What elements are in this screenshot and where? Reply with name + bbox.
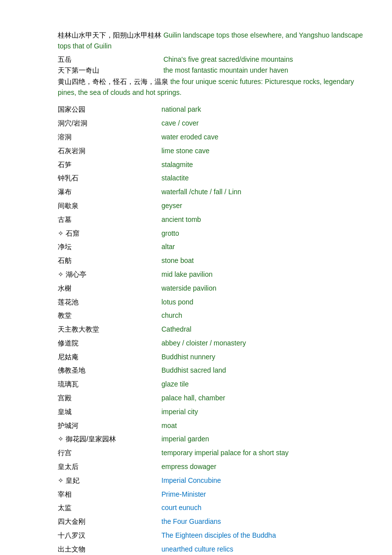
vocab-zh: 宰相 [58,488,161,502]
vocab-row: 佛教圣地Buddhist sacred land [58,364,372,378]
vocab-zh: 国家公园 [58,103,161,117]
vocab-en: abbey / cloister / monastery [161,337,372,350]
vocab-zh: 十八罗汉 [58,529,161,543]
vocab-row: 皇城imperial city [58,405,372,419]
vocab-row: ✧ 皇妃Imperial Concubine [58,474,372,488]
vocab-en: imperial city [161,405,372,419]
vocab-zh: 出土文物 [58,543,161,555]
vocab-zh: 水榭 [58,282,161,296]
vocab-zh: 行宫 [58,446,161,460]
vocab-zh: ✧ 石窟 [58,227,161,241]
vocab-zh: 佛教圣地 [58,364,161,378]
vocab-row: 四大金刚the Four Guardians [58,515,372,529]
vocab-en: empress dowager [161,460,372,474]
vocab-zh: 教堂 [58,309,161,323]
vocab-zh: ✧ 皇妃 [58,474,161,488]
intro-line2-zh: 五岳 [58,54,161,65]
vocab-en: altar [161,240,372,254]
vocab-row: 皇太后empress dowager [58,460,372,474]
intro-line4-zh: 黄山四绝，奇松，怪石，云海，温泉 [58,78,168,85]
vocab-zh: 莲花池 [58,296,161,309]
vocab-en: the Four Guardians [161,515,372,529]
vocab-row: 古墓ancient tomb [58,213,372,227]
intro-line3-zh: 天下第一奇山 [58,65,161,76]
vocab-zh: ✧ 御花园/皇家园林 [58,432,161,446]
vocab-zh: 溶洞 [58,130,161,144]
vocab-row: 莲花池lotus pond [58,296,372,309]
vocab-zh: 皇太后 [58,460,161,474]
vocab-en: Prime-Minister [161,488,372,502]
vocab-row: 太监court eunuch [58,501,372,515]
vocab-row: 水榭waterside pavilion [58,282,372,296]
vocab-zh: ✧ 湖心亭 [58,268,161,282]
vocab-en: stalactite [161,171,372,185]
vocab-row: 行宫temporary imperial palace for a short … [58,446,372,460]
vocab-zh: 太监 [58,501,161,515]
vocab-zh: 修道院 [58,337,161,350]
vocab-row: 间歇泉geyser [58,199,372,213]
vocab-en: temporary imperial palace for a short st… [161,446,372,460]
vocab-zh: 石灰岩洞 [58,144,161,158]
vocab-zh: 皇城 [58,405,161,419]
intro-line4: 黄山四绝，奇松，怪石，云海，温泉 the four unique scenic … [58,76,372,98]
vocab-table: 国家公园national park洞穴/岩洞cave / cover溶洞wate… [58,103,372,555]
vocab-en: cave / cover [161,117,372,130]
vocab-row: ✧ 湖心亭 mid lake pavilion [58,268,372,282]
vocab-zh: 四大金刚 [58,515,161,529]
vocab-en: waterfall /chute / fall / Linn [161,185,372,199]
vocab-row: 修道院abbey / cloister / monastery [58,337,372,350]
vocab-en: lime stone cave [161,144,372,158]
vocab-en: lotus pond [161,296,372,309]
vocab-en: Buddhist nunnery [161,350,372,364]
vocab-en: Cathedral [161,323,372,337]
vocab-zh: 尼姑庵 [58,350,161,364]
vocab-zh: 琉璃瓦 [58,378,161,391]
vocab-en: grotto [161,227,372,241]
vocab-row: 洞穴/岩洞cave / cover [58,117,372,130]
vocab-row: 天主教大教堂Cathedral [58,323,372,337]
vocab-zh: 石舫 [58,254,161,268]
vocab-zh: 洞穴/岩洞 [58,117,161,130]
vocab-en: water eroded cave [161,130,372,144]
vocab-row: 宫殿palace hall, chamber [58,391,372,405]
vocab-en: stone boat [161,254,372,268]
vocab-row: 教堂church [58,309,372,323]
vocab-zh: 间歇泉 [58,199,161,213]
vocab-zh: 古墓 [58,213,161,227]
vocab-zh: 护城河 [58,419,161,433]
vocab-zh: 石笋 [58,158,161,172]
intro-line2-en: China's five great sacred/divine mountai… [163,55,293,63]
vocab-en: national park [161,103,372,117]
intro-line1-zh: 桂林山水甲天下，阳朔山水甲桂林 [58,31,161,39]
vocab-en: church [161,309,372,323]
vocab-row: ✧ 御花园/皇家园林imperial garden [58,432,372,446]
vocab-en: Buddhist sacred land [161,364,372,378]
intro-line1: 桂林山水甲天下，阳朔山水甲桂林 Guilin landscape tops th… [58,30,372,52]
vocab-en: unearthed culture relics [161,543,372,555]
intro-line3-en: the most fantastic mountain under haven [163,66,288,74]
vocab-en: glaze tile [161,378,372,391]
vocab-row: 国家公园national park [58,103,372,117]
vocab-row: ✧ 石窟grotto [58,227,372,241]
vocab-en: imperial garden [161,432,372,446]
vocab-zh: 宫殿 [58,391,161,405]
vocab-row: 钟乳石stalactite [58,171,372,185]
vocab-en: waterside pavilion [161,282,372,296]
vocab-row: 宰相Prime-Minister [58,488,372,502]
vocab-row: 石灰岩洞lime stone cave [58,144,372,158]
vocab-en: mid lake pavilion [161,268,372,282]
vocab-en: stalagmite [161,158,372,172]
vocab-row: 瀑布waterfall /chute / fall / Linn [58,185,372,199]
vocab-zh: 天主教大教堂 [58,323,161,337]
vocab-row: 护城河moat [58,419,372,433]
vocab-en: The Eighteen disciples of the Buddha [161,529,372,543]
vocab-row: 石笋stalagmite [58,158,372,172]
intro-line2: 五岳 China's five great sacred/divine moun… [58,54,372,65]
vocab-row: 出土文物unearthed culture relics [58,543,372,555]
vocab-row: 十八罗汉The Eighteen disciples of the Buddha [58,529,372,543]
vocab-row: 尼姑庵Buddhist nunnery [58,350,372,364]
vocab-en: palace hall, chamber [161,391,372,405]
vocab-en: moat [161,419,372,433]
vocab-row: 石舫stone boat [58,254,372,268]
intro-line3: 天下第一奇山 the most fantastic mountain under… [58,65,372,76]
